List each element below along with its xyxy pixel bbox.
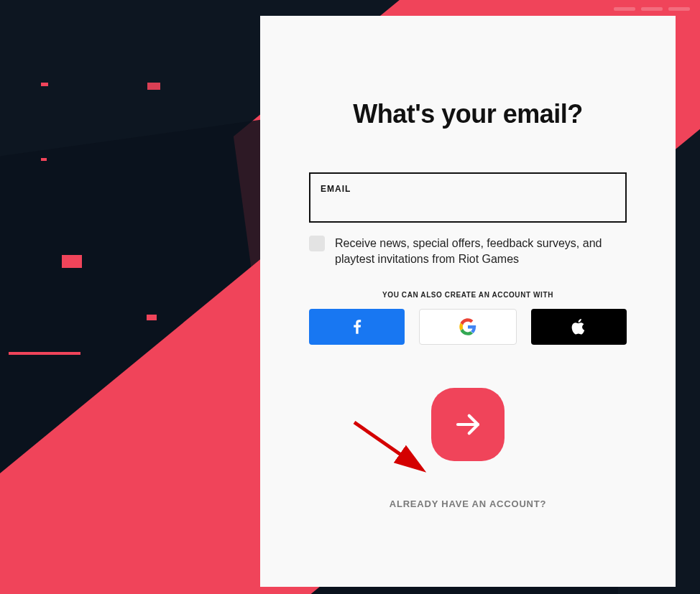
page-title: What's your email? xyxy=(353,99,583,129)
already-have-account-link[interactable]: ALREADY HAVE AN ACCOUNT? xyxy=(390,498,547,509)
email-field-wrapper[interactable]: EMAIL xyxy=(309,172,627,223)
google-icon xyxy=(459,318,476,335)
social-buttons xyxy=(309,309,627,345)
signup-card: What's your email? EMAIL Receive news, s… xyxy=(260,16,676,587)
apple-button[interactable] xyxy=(531,309,627,345)
facebook-button[interactable] xyxy=(309,309,405,345)
arrow-right-icon xyxy=(453,409,483,440)
email-input[interactable] xyxy=(321,195,615,215)
newsletter-row: Receive news, special offers, feedback s… xyxy=(309,236,627,266)
email-label: EMAIL xyxy=(321,184,351,194)
newsletter-checkbox[interactable] xyxy=(309,236,325,251)
social-heading: YOU CAN ALSO CREATE AN ACCOUNT WITH xyxy=(382,291,553,299)
apple-icon xyxy=(570,317,587,336)
facebook-icon xyxy=(348,317,367,336)
progress-indicator xyxy=(614,7,690,11)
next-button[interactable] xyxy=(431,388,505,461)
google-button[interactable] xyxy=(419,309,516,345)
newsletter-label: Receive news, special offers, feedback s… xyxy=(335,236,627,266)
